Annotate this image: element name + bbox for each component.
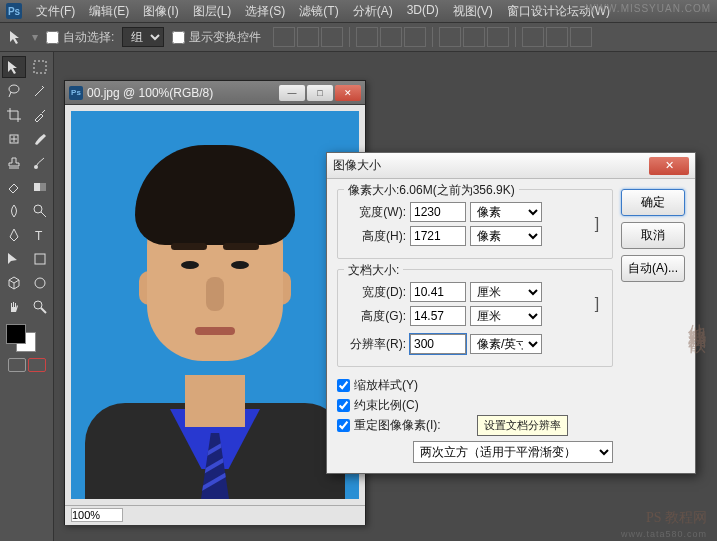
align-icon[interactable] — [297, 27, 319, 47]
resolution-tooltip: 设置文档分辨率 — [477, 415, 568, 436]
workspace: Ps 00.jpg @ 100%(RGB/8) — □ ✕ — [54, 52, 717, 541]
distribute-icon[interactable] — [487, 27, 509, 47]
crop-tool[interactable] — [2, 104, 26, 126]
align-icon[interactable] — [380, 27, 402, 47]
svg-point-10 — [34, 301, 42, 309]
menu-file[interactable]: 文件(F) — [30, 1, 81, 22]
eraser-tool[interactable] — [2, 176, 26, 198]
document-title: 00.jpg @ 100%(RGB/8) — [87, 86, 213, 100]
svg-point-3 — [34, 165, 38, 169]
height-h-input[interactable] — [410, 226, 466, 246]
blur-tool[interactable] — [2, 200, 26, 222]
show-transform-checkbox[interactable] — [172, 31, 185, 44]
show-transform-check[interactable]: 显示变换控件 — [172, 29, 261, 46]
auto-select-checkbox[interactable] — [46, 31, 59, 44]
auto-select-label: 自动选择: — [63, 29, 114, 46]
watermark-top: WWW.MISSYUAN.COM — [586, 3, 711, 14]
brush-tool[interactable] — [28, 128, 52, 150]
svg-point-6 — [34, 205, 42, 213]
gradient-tool[interactable] — [28, 176, 52, 198]
marquee-tool[interactable] — [28, 56, 52, 78]
distribute-icon[interactable] — [522, 27, 544, 47]
height-g-unit[interactable]: 厘米 — [470, 306, 542, 326]
width-d-label: 宽度(D): — [346, 284, 406, 301]
auto-select-check[interactable]: 自动选择: — [46, 29, 114, 46]
wand-tool[interactable] — [28, 80, 52, 102]
dialog-title: 图像大小 — [333, 157, 381, 174]
scale-styles-label: 缩放样式(Y) — [354, 377, 418, 394]
dialog-titlebar[interactable]: 图像大小 ✕ — [327, 153, 695, 179]
dodge-tool[interactable] — [28, 200, 52, 222]
align-icon[interactable] — [321, 27, 343, 47]
menu-3d[interactable]: 3D(D) — [401, 1, 445, 22]
ok-button[interactable]: 确定 — [621, 189, 685, 216]
pixel-dimensions-group: 像素大小:6.06M(之前为356.9K) 宽度(W): 像素 高度(H): — [337, 189, 613, 259]
menu-layer[interactable]: 图层(L) — [187, 1, 238, 22]
link-icon: ] — [590, 215, 604, 233]
ps-logo-icon: Ps — [6, 3, 22, 19]
healing-tool[interactable] — [2, 128, 26, 150]
height-h-unit[interactable]: 像素 — [470, 226, 542, 246]
lasso-tool[interactable] — [2, 80, 26, 102]
color-swatches[interactable] — [2, 324, 52, 356]
align-icon[interactable] — [356, 27, 378, 47]
menu-image[interactable]: 图像(I) — [137, 1, 184, 22]
resample-method-dropdown[interactable]: 两次立方（适用于平滑渐变） — [413, 441, 613, 463]
height-h-label: 高度(H): — [346, 228, 406, 245]
width-w-input[interactable] — [410, 202, 466, 222]
cancel-button[interactable]: 取消 — [621, 222, 685, 249]
width-w-unit[interactable]: 像素 — [470, 202, 542, 222]
document-titlebar[interactable]: Ps 00.jpg @ 100%(RGB/8) — □ ✕ — [65, 81, 365, 105]
distribute-icon[interactable] — [570, 27, 592, 47]
type-tool[interactable]: T — [28, 224, 52, 246]
distribute-icon[interactable] — [463, 27, 485, 47]
path-select-tool[interactable] — [2, 248, 26, 270]
menu-analysis[interactable]: 分析(A) — [347, 1, 399, 22]
menu-select[interactable]: 选择(S) — [239, 1, 291, 22]
align-icon[interactable] — [404, 27, 426, 47]
quickmask-toggle[interactable] — [2, 358, 52, 372]
document-canvas[interactable] — [65, 105, 365, 505]
svg-rect-5 — [34, 183, 40, 191]
link-icon: ] — [590, 295, 604, 313]
constrain-checkbox[interactable] — [337, 399, 350, 412]
minimize-button[interactable]: — — [279, 85, 305, 101]
zoom-input[interactable] — [71, 508, 123, 522]
resolution-input[interactable] — [410, 334, 466, 354]
app-titlebar: Ps 文件(F) 编辑(E) 图像(I) 图层(L) 选择(S) 滤镜(T) 分… — [0, 0, 717, 22]
close-button[interactable]: ✕ — [335, 85, 361, 101]
maximize-button[interactable]: □ — [307, 85, 333, 101]
height-g-label: 高度(G): — [346, 308, 406, 325]
3d-tool[interactable] — [2, 272, 26, 294]
move-tool[interactable] — [2, 56, 26, 78]
distribute-icon[interactable] — [546, 27, 568, 47]
resample-checkbox[interactable] — [337, 419, 350, 432]
shape-tool[interactable] — [28, 248, 52, 270]
auto-button[interactable]: 自动(A)... — [621, 255, 685, 282]
menu-view[interactable]: 视图(V) — [447, 1, 499, 22]
menu-filter[interactable]: 滤镜(T) — [293, 1, 344, 22]
scale-styles-checkbox[interactable] — [337, 379, 350, 392]
resolution-unit[interactable]: 像素/英寸 — [470, 334, 542, 354]
height-g-input[interactable] — [410, 306, 466, 326]
hand-tool[interactable] — [2, 296, 26, 318]
align-icon[interactable] — [273, 27, 295, 47]
stamp-tool[interactable] — [2, 152, 26, 174]
image-size-dialog: 图像大小 ✕ 像素大小:6.06M(之前为356.9K) 宽度(W): 像素 — [326, 152, 696, 474]
menu-edit[interactable]: 编辑(E) — [83, 1, 135, 22]
toolbox: T — [0, 52, 54, 541]
zoom-tool[interactable] — [28, 296, 52, 318]
dialog-close-button[interactable]: ✕ — [649, 157, 689, 175]
pen-tool[interactable] — [2, 224, 26, 246]
foreground-color-swatch[interactable] — [6, 324, 26, 344]
3d-camera-tool[interactable] — [28, 272, 52, 294]
history-brush-tool[interactable] — [28, 152, 52, 174]
eyedropper-tool[interactable] — [28, 104, 52, 126]
document-size-legend: 文档大小: — [344, 262, 403, 279]
constrain-label: 约束比例(C) — [354, 397, 419, 414]
width-d-unit[interactable]: 厘米 — [470, 282, 542, 302]
width-d-input[interactable] — [410, 282, 466, 302]
auto-select-dropdown[interactable]: 组 — [122, 27, 164, 47]
pixel-dimensions-legend: 像素大小:6.06M(之前为356.9K) — [344, 182, 519, 199]
distribute-icon[interactable] — [439, 27, 461, 47]
